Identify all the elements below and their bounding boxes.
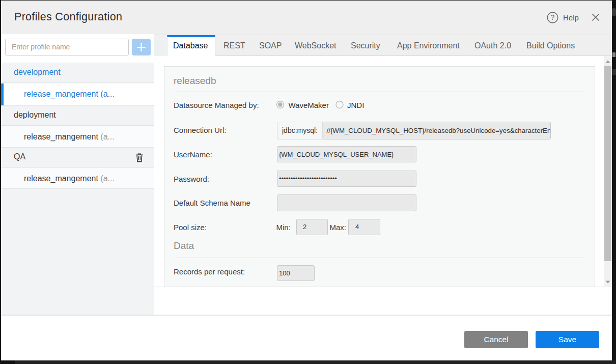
svg-text:?: ? (551, 13, 555, 21)
